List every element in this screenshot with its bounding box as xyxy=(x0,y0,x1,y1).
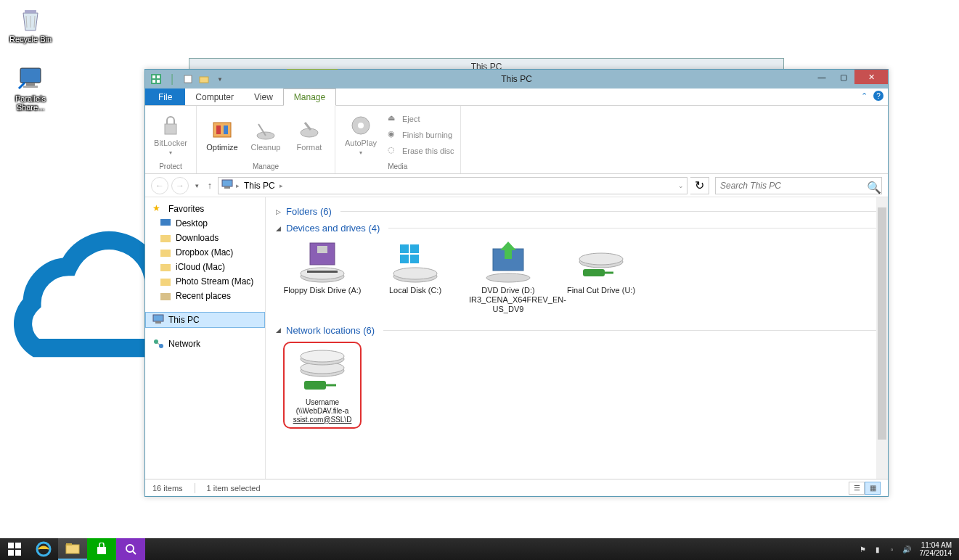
group-label: Manage xyxy=(203,162,329,172)
svg-rect-1 xyxy=(20,68,41,83)
quick-access-toolbar: | ▼ xyxy=(145,73,227,86)
svg-point-35 xyxy=(301,268,344,279)
bitlocker-button[interactable]: BitLocker▾ xyxy=(151,114,190,157)
drive-floppy[interactable]: Floppy Disk Drive (A:) xyxy=(283,239,362,315)
desktop-icon-recycle-bin[interactable]: Recycle Bin xyxy=(3,4,58,44)
network-drive-icon xyxy=(297,346,348,398)
address-bar[interactable]: ▸ This PC ▸ ⌄ xyxy=(218,177,687,194)
scrollbar-thumb[interactable] xyxy=(878,207,886,440)
address-dropdown-icon[interactable]: ⌄ xyxy=(678,182,684,189)
drive-local-c[interactable]: Local Disk (C:) xyxy=(376,239,454,315)
drive-network-u[interactable]: Final Cut Drive (U:) xyxy=(562,239,640,315)
local-disk-icon xyxy=(390,239,441,284)
taskbar-search[interactable] xyxy=(116,538,145,560)
eject-button[interactable]: ⏏Eject xyxy=(388,111,454,127)
ribbon-tabs: File Computer View Manage ⌃ ? xyxy=(145,88,888,106)
taskbar-explorer[interactable] xyxy=(58,538,87,560)
network-location-webdav[interactable]: Username (\\WebDAV.file-a ssist.com@SSL\… xyxy=(283,342,362,429)
svg-rect-37 xyxy=(400,244,409,253)
search-icon[interactable]: 🔍 xyxy=(867,181,877,191)
icons-view-button[interactable]: ▦ xyxy=(865,482,881,495)
close-button[interactable]: ✕ xyxy=(854,70,888,84)
svg-point-44 xyxy=(486,273,530,282)
chevron-right-icon[interactable]: ▸ xyxy=(279,182,283,189)
nav-icloud[interactable]: iCloud (Mac) xyxy=(145,260,265,274)
desktop-icon-parallels[interactable]: Parallels Share... xyxy=(3,64,58,112)
svg-rect-60 xyxy=(97,547,106,554)
section-devices[interactable]: ◢Devices and drives (4) xyxy=(276,223,878,234)
titlebar[interactable]: | ▼ This PC — ▢ ✕ xyxy=(145,70,888,88)
nav-favorites[interactable]: ★Favorites xyxy=(145,202,265,216)
breadcrumb[interactable]: This PC xyxy=(242,181,277,191)
pc-icon xyxy=(221,179,233,192)
help-icon[interactable]: ? xyxy=(873,91,883,101)
nav-dropbox[interactable]: Dropbox (Mac) xyxy=(145,245,265,260)
svg-rect-39 xyxy=(400,255,409,263)
svg-rect-20 xyxy=(224,186,230,189)
details-view-button[interactable]: ☰ xyxy=(849,482,865,495)
svg-rect-12 xyxy=(213,123,231,137)
up-button[interactable]: ↑ xyxy=(205,180,215,191)
minimize-button[interactable]: — xyxy=(811,70,833,84)
view-mode-buttons: ☰ ▦ xyxy=(849,482,881,495)
svg-point-46 xyxy=(579,253,623,265)
ribbon: BitLocker▾ Protect Optimize Cleanup Form… xyxy=(145,106,888,174)
taskbar-ie[interactable] xyxy=(29,538,58,560)
network-drive-icon xyxy=(576,239,627,284)
section-folders[interactable]: ▷Folders (6) xyxy=(276,206,878,217)
svg-point-51 xyxy=(301,350,344,362)
nav-downloads[interactable]: Downloads xyxy=(145,231,265,245)
svg-rect-59 xyxy=(66,543,72,545)
qat-new-folder-icon[interactable] xyxy=(197,73,211,86)
tray-flag-icon[interactable]: ⚑ xyxy=(857,543,869,555)
vertical-scrollbar[interactable] xyxy=(876,197,888,479)
tab-computer[interactable]: Computer xyxy=(185,88,244,105)
section-network-locations[interactable]: ◢Network locations (6) xyxy=(276,325,878,336)
svg-rect-36 xyxy=(307,271,338,273)
drives-list: Floppy Disk Drive (A:) Local Disk (C:) D… xyxy=(276,239,878,315)
erase-disc-button[interactable]: ◌Erase this disc xyxy=(388,143,454,159)
burn-icon: ◉ xyxy=(388,129,399,141)
tray-volume-icon[interactable]: 🔊 xyxy=(901,543,913,555)
format-button[interactable]: Format xyxy=(290,118,329,152)
refresh-button[interactable]: ↻ xyxy=(690,177,709,194)
search-box[interactable]: 🔍 xyxy=(715,177,882,194)
taskbar-store[interactable] xyxy=(87,538,116,560)
chevron-right-icon[interactable]: ▸ xyxy=(236,182,240,189)
nav-this-pc[interactable]: This PC xyxy=(145,312,265,328)
back-button[interactable]: ← xyxy=(151,177,168,194)
drive-dvd[interactable]: DVD Drive (D:) IR3_CENA_X64FREV_EN-US_DV… xyxy=(469,239,547,315)
forward-button[interactable]: → xyxy=(171,177,189,194)
cleanup-button[interactable]: Cleanup xyxy=(246,118,285,152)
recycle-bin-icon xyxy=(16,4,45,33)
navigation-pane: ★Favorites Desktop Downloads Dropbox (Ma… xyxy=(145,197,266,479)
finish-burning-button[interactable]: ◉Finish burning xyxy=(388,127,454,143)
start-button[interactable] xyxy=(0,538,29,560)
history-dropdown[interactable]: ▾ xyxy=(192,182,202,189)
tray-battery-icon[interactable]: ▮ xyxy=(872,543,883,555)
tab-file[interactable]: File xyxy=(145,88,185,105)
svg-rect-28 xyxy=(155,321,161,324)
chevron-down-icon: ◢ xyxy=(276,225,283,232)
netloc-label: Username (\\WebDAV.file-a ssist.com@SSL\… xyxy=(287,398,357,424)
svg-line-62 xyxy=(133,551,136,554)
autoplay-button[interactable]: AutoPlay▾ xyxy=(341,114,380,157)
tab-view[interactable]: View xyxy=(244,88,283,105)
svg-rect-54 xyxy=(15,543,21,548)
nav-network[interactable]: Network xyxy=(145,337,265,351)
ribbon-collapse-icon[interactable]: ⌃ xyxy=(861,91,868,101)
optimize-button[interactable]: Optimize xyxy=(203,118,242,152)
nav-recent[interactable]: Recent places xyxy=(145,289,265,303)
explorer-window: Drive Tools | ▼ This PC — ▢ ✕ File Compu… xyxy=(144,69,889,497)
search-input[interactable] xyxy=(720,181,867,191)
nav-photostream[interactable]: Photo Stream (Mac) xyxy=(145,274,265,289)
tray-clock[interactable]: 11:04 AM 7/24/2014 xyxy=(915,541,957,557)
nav-desktop[interactable]: Desktop xyxy=(145,216,265,231)
folder-icon xyxy=(160,276,171,287)
qat-properties-icon[interactable] xyxy=(181,73,195,86)
tray-network-icon[interactable]: ▫ xyxy=(886,543,898,555)
qat-dropdown-icon[interactable]: ▼ xyxy=(213,73,227,86)
tab-manage[interactable]: Manage xyxy=(283,88,336,106)
app-icon[interactable] xyxy=(150,73,163,86)
maximize-button[interactable]: ▢ xyxy=(833,70,854,84)
